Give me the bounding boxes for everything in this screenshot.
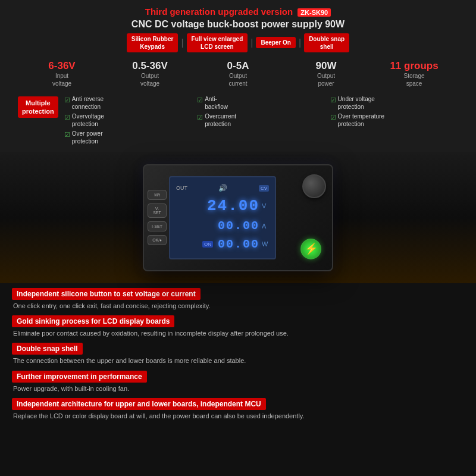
protection-item-1: ☑ Anti-backflow bbox=[197, 95, 325, 111]
feature-badge-3: Double snapshell bbox=[304, 33, 349, 52]
protection-item-4: ☑ Overcurrentprotection bbox=[197, 112, 325, 128]
lcd-voltage-row: 24.00 V bbox=[176, 197, 269, 215]
check-icon-0: ☑ bbox=[64, 96, 70, 104]
product-image-area: M/t V-SET I-SET OK/♦ OUT 🔊 CV 24.00 V 00… bbox=[0, 152, 476, 283]
lcd-cv-badge: CV bbox=[259, 185, 269, 192]
green-power-button[interactable]: ⚡ bbox=[300, 239, 321, 259]
protection-text-2: Under voltageprotection bbox=[338, 95, 375, 111]
feature-desc-3: Power upgrade, with built-in cooling fan… bbox=[12, 384, 464, 393]
title-line1: Third generation upgraded version ZK-SK9… bbox=[12, 6, 464, 18]
protection-text-3: Overvoltageprotection bbox=[72, 112, 104, 128]
protection-text-6: Over powerprotection bbox=[72, 130, 103, 145]
protection-text-1: Anti-backflow bbox=[205, 95, 228, 111]
spec-output-voltage: 0.5-36V Outputvoltage bbox=[106, 60, 194, 87]
lcd-a-unit: A bbox=[262, 223, 269, 230]
feature-badge-1: Full view enlargedLCD screen bbox=[187, 33, 248, 52]
lcd-current-row: 00.00 A bbox=[176, 219, 269, 233]
feature-block-2: Double snap shell The connection between… bbox=[12, 343, 464, 365]
check-icon-2: ☑ bbox=[330, 96, 336, 104]
spec-value-4: 11 groups bbox=[370, 60, 458, 72]
feature-title-0: Independent silicone button to set volta… bbox=[12, 288, 201, 300]
top-section: Third generation upgraded version ZK-SK9… bbox=[0, 0, 476, 152]
spec-input-voltage: 6-36V Inputvoltage bbox=[18, 60, 106, 87]
sep-2: | bbox=[250, 37, 253, 48]
btn-m-t[interactable]: M/t bbox=[148, 190, 167, 200]
feature-block-0: Independent silicone button to set volta… bbox=[12, 288, 464, 311]
check-icon-6: ☑ bbox=[64, 130, 70, 139]
features-badges-row: Silicon RubberKeypads | Full view enlarg… bbox=[12, 33, 464, 52]
feature-title-4: Independent architecture for upper and l… bbox=[12, 398, 266, 410]
specs-row: 6-36V Inputvoltage 0.5-36V Outputvoltage… bbox=[12, 57, 464, 90]
title-main: CNC DC voltage buck-boost power supply 9… bbox=[12, 19, 464, 30]
protection-text-0: Anti reverseconnection bbox=[72, 95, 104, 111]
spec-label-3: Outputpower bbox=[282, 72, 370, 87]
spec-value-2: 0-5A bbox=[194, 60, 282, 72]
btn-i-set[interactable]: I-SET bbox=[148, 221, 167, 231]
spec-output-current: 0-5A Outputcurrent bbox=[194, 60, 282, 87]
protection-section: Multipleprotection ☑ Anti reverseconnect… bbox=[12, 93, 464, 148]
protection-item-6: ☑ Over powerprotection bbox=[64, 130, 192, 145]
feature-title-3: Further improvement in performance bbox=[12, 371, 147, 383]
protection-text-4: Overcurrentprotection bbox=[205, 112, 236, 128]
check-icon-4: ☑ bbox=[197, 113, 203, 121]
protection-item-2: ☑ Under voltageprotection bbox=[330, 95, 458, 111]
protection-item-0: ☑ Anti reverseconnection bbox=[64, 95, 192, 111]
device-mockup: M/t V-SET I-SET OK/♦ OUT 🔊 CV 24.00 V 00… bbox=[143, 164, 333, 271]
btn-v-set[interactable]: V-SET bbox=[148, 203, 167, 218]
lcd-screen: OUT 🔊 CV 24.00 V 00.00 A ON 00.00 W bbox=[169, 176, 276, 259]
protection-text-5: Over temperatureprotection bbox=[338, 112, 384, 128]
spec-label-4: Storagespace bbox=[370, 72, 458, 87]
device-buttons: M/t V-SET I-SET OK/♦ bbox=[144, 184, 170, 251]
spec-label-2: Outputcurrent bbox=[194, 72, 282, 87]
check-icon-3: ☑ bbox=[64, 113, 70, 121]
protection-badge: Multipleprotection bbox=[18, 96, 58, 118]
page: Third generation upgraded version ZK-SK9… bbox=[0, 0, 476, 476]
lcd-on-badge: ON bbox=[202, 241, 213, 248]
lcd-w-unit: W bbox=[262, 240, 269, 248]
protection-item-5: ☑ Over temperatureprotection bbox=[330, 112, 458, 128]
protection-item-3: ☑ Overvoltageprotection bbox=[64, 112, 192, 128]
lcd-current-value: 00.00 bbox=[218, 219, 259, 233]
lcd-power-row: ON 00.00 W bbox=[176, 237, 269, 251]
check-icon-5: ☑ bbox=[330, 113, 336, 121]
feature-desc-4: Replace the LCD or color display board a… bbox=[12, 412, 464, 421]
spec-storage: 11 groups Storagespace bbox=[370, 60, 458, 87]
lcd-v-unit: V bbox=[262, 202, 269, 209]
spec-value-1: 0.5-36V bbox=[106, 60, 194, 72]
feature-desc-0: One click entry, one click exit, fast an… bbox=[12, 302, 464, 311]
feature-block-1: Gold sinking process for LCD display boa… bbox=[12, 315, 464, 338]
protection-grid: ☑ Anti reverseconnection ☑ Anti-backflow… bbox=[64, 95, 458, 145]
lcd-speaker-icon: 🔊 bbox=[218, 184, 227, 192]
feature-badge-2: Beeper On bbox=[256, 37, 296, 48]
feature-badge-0: Silicon RubberKeypads bbox=[127, 33, 178, 52]
spec-label-0: Inputvoltage bbox=[18, 72, 106, 87]
feature-title-1: Gold sinking process for LCD display boa… bbox=[12, 315, 174, 327]
feature-desc-2: The connection between the upper and low… bbox=[12, 356, 464, 365]
feature-block-4: Independent architecture for upper and l… bbox=[12, 398, 464, 421]
btn-ok[interactable]: OK/♦ bbox=[148, 235, 167, 245]
lcd-out-label: OUT bbox=[176, 185, 187, 191]
bottom-section: Independent silicone button to set volta… bbox=[0, 283, 476, 431]
title-red-text: Third generation upgraded version bbox=[145, 7, 293, 17]
device-knob[interactable] bbox=[302, 174, 326, 198]
spec-label-1: Outputvoltage bbox=[106, 72, 194, 87]
model-badge: ZK-SK90 bbox=[298, 8, 331, 17]
sep-3: | bbox=[299, 37, 301, 48]
feature-title-2: Double snap shell bbox=[12, 343, 83, 355]
sep-1: | bbox=[181, 37, 183, 48]
spec-value-0: 6-36V bbox=[18, 60, 106, 72]
check-icon-1: ☑ bbox=[197, 96, 203, 104]
spec-output-power: 90W Outputpower bbox=[282, 60, 370, 87]
lcd-power-value: 00.00 bbox=[218, 237, 259, 251]
lcd-header: OUT 🔊 CV bbox=[176, 184, 269, 192]
feature-desc-1: Eliminate poor contact caused by oxidati… bbox=[12, 329, 464, 338]
feature-block-3: Further improvement in performance Power… bbox=[12, 371, 464, 393]
spec-value-3: 90W bbox=[282, 60, 370, 72]
lcd-voltage-value: 24.00 bbox=[207, 197, 259, 215]
